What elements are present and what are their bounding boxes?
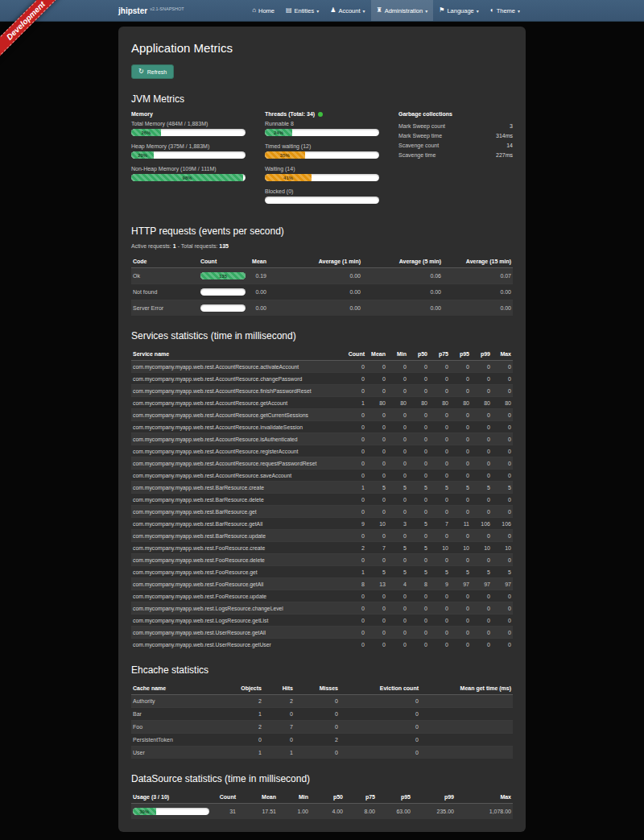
gc-value: 3	[510, 123, 513, 129]
cache-name: Foo	[131, 721, 228, 734]
service-value: 8	[345, 578, 366, 590]
service-name: com.mycompany.myapp.web.rest.UserResourc…	[131, 627, 345, 639]
memory-heading: Memory	[131, 111, 246, 117]
service-name: com.mycompany.myapp.web.rest.FooResource…	[131, 590, 345, 602]
service-value: 7	[429, 518, 450, 530]
cache-value: 0	[340, 721, 420, 734]
service-value: 97	[450, 578, 471, 590]
service-value: 0	[450, 385, 471, 397]
gc-row: Mark Sweep time314ms	[398, 130, 513, 140]
service-value: 0	[387, 373, 408, 385]
progress-bar	[265, 197, 379, 204]
service-row: com.mycompany.myapp.web.rest.LogsResourc…	[131, 614, 513, 627]
service-value: 0	[387, 409, 408, 421]
service-value: 0	[429, 627, 450, 639]
service-value: 0	[492, 639, 513, 651]
service-row: com.mycompany.myapp.web.rest.FooResource…	[131, 566, 513, 578]
column-header: p50	[310, 791, 345, 804]
service-row: com.mycompany.myapp.web.rest.AccountReso…	[131, 385, 513, 397]
service-value: 5	[471, 482, 492, 494]
service-value: 0	[345, 554, 366, 566]
service-value: 0	[366, 409, 387, 421]
service-value: 5	[387, 482, 408, 494]
service-value: 0	[387, 554, 408, 566]
service-value: 0	[450, 433, 471, 445]
nav-label: Theme	[497, 7, 515, 14]
datasource-table-header: Usage (3 / 10)CountMeanMinp50p75p95p99Ma…	[131, 791, 513, 804]
brand-version: v2.1-SNAPSHOT	[150, 6, 184, 11]
service-value: 0	[345, 445, 366, 457]
cache-row: User1100	[131, 747, 513, 759]
service-value: 0	[471, 627, 492, 639]
service-value: 5	[492, 566, 513, 578]
service-value: 0	[387, 627, 408, 639]
nav-item-language[interactable]: ⚑Language▾	[433, 0, 485, 21]
service-value: 0	[429, 639, 450, 651]
service-value: 5	[387, 566, 408, 578]
language-icon: ⚑	[439, 7, 444, 14]
service-value: 0	[492, 421, 513, 433]
nav-item-account[interactable]: ♟Account▾	[324, 0, 370, 21]
service-value: 0	[387, 445, 408, 457]
nav-label: Account	[338, 7, 360, 14]
service-value: 0	[408, 602, 429, 614]
service-value: 0	[366, 506, 387, 518]
cache-value	[420, 695, 513, 708]
service-value: 0	[408, 494, 429, 506]
http-count-cell: 135	[199, 268, 246, 284]
service-row: com.mycompany.myapp.web.rest.FooResource…	[131, 590, 513, 602]
http-value: 0.00	[443, 284, 513, 300]
cache-value	[420, 734, 513, 747]
service-value: 0	[366, 494, 387, 506]
service-name: com.mycompany.myapp.web.rest.LogsResourc…	[131, 602, 345, 614]
http-summary: Active requests: 1 - Total requests: 135	[131, 243, 513, 249]
service-value: 0	[387, 506, 408, 518]
http-value: 0.00	[362, 300, 443, 317]
service-value: 0	[450, 457, 471, 470]
cache-name: User	[131, 747, 228, 759]
service-value: 0	[471, 421, 492, 433]
cache-row: PersistentToken0020	[131, 734, 513, 747]
service-row: com.mycompany.myapp.web.rest.FooResource…	[131, 554, 513, 566]
column-header: p95	[377, 791, 412, 804]
service-value: 5	[450, 482, 471, 494]
brand[interactable]: jhipster v2.1-SNAPSHOT	[118, 0, 184, 21]
gc-row: Scavenge time227ms	[398, 150, 513, 159]
datasource-value: 1.00	[278, 804, 310, 820]
service-value: 0	[450, 494, 471, 506]
service-value: 0	[450, 554, 471, 566]
service-value: 0	[492, 361, 513, 373]
column-header: p99	[471, 348, 492, 361]
service-value: 10	[450, 542, 471, 554]
datasource-value: 63.00	[377, 804, 412, 820]
column-header: Average (5 min)	[362, 255, 443, 268]
service-value: 0	[387, 361, 408, 373]
nav-menu: ⌂Home▤Entities▾♟Account▾♜Administration▾…	[246, 0, 526, 21]
service-value: 0	[345, 409, 366, 421]
nav-item-administration[interactable]: ♜Administration▾	[371, 0, 434, 21]
service-row: com.mycompany.myapp.web.rest.UserResourc…	[131, 627, 513, 639]
service-name: com.mycompany.myapp.web.rest.BarResource…	[131, 518, 345, 530]
http-request-row: Not found0.000.000.000.00	[131, 284, 513, 300]
service-name: com.mycompany.myapp.web.rest.AccountReso…	[131, 457, 345, 470]
cache-name: Bar	[131, 708, 228, 721]
datasource-value: 17.51	[237, 804, 278, 820]
gc-label: Scavenge time	[398, 152, 436, 158]
service-value: 0	[408, 409, 429, 421]
service-value: 0	[429, 373, 450, 385]
nav-item-entities[interactable]: ▤Entities▾	[280, 0, 324, 21]
gc-value: 314ms	[496, 133, 513, 139]
refresh-button[interactable]: ↻ Refresh	[131, 64, 174, 79]
progress-bar: 20%	[131, 151, 246, 159]
service-value: 0	[387, 602, 408, 614]
http-value: 0.06	[362, 268, 443, 284]
gc-label: Scavenge count	[398, 143, 439, 148]
gc-label: Mark Sweep time	[398, 133, 442, 139]
ehcache-table: Cache nameObjectsHitsMissesEviction coun…	[131, 682, 513, 759]
progress-bar: 24%	[265, 129, 379, 136]
service-row: com.mycompany.myapp.web.rest.AccountReso…	[131, 397, 513, 409]
nav-item-home[interactable]: ⌂Home	[246, 0, 280, 21]
nav-item-theme[interactable]: ◐Theme▾	[485, 0, 526, 21]
service-value: 0	[345, 506, 366, 518]
service-value: 0	[408, 590, 429, 602]
